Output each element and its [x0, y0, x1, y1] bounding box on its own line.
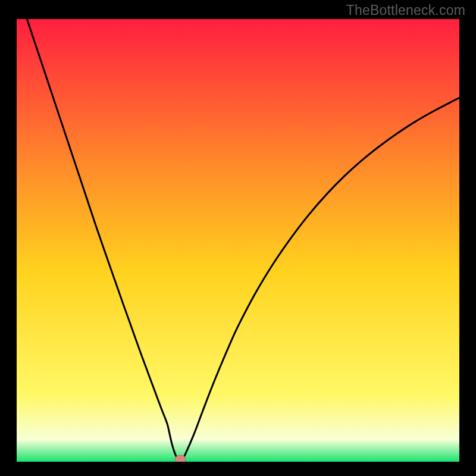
plot-area	[17, 19, 459, 462]
gradient-background	[17, 19, 459, 462]
bottleneck-chart	[17, 19, 459, 462]
chart-frame: TheBottleneck.com	[0, 0, 476, 476]
optimal-point-marker	[175, 455, 186, 462]
watermark-text: TheBottleneck.com	[346, 2, 465, 18]
